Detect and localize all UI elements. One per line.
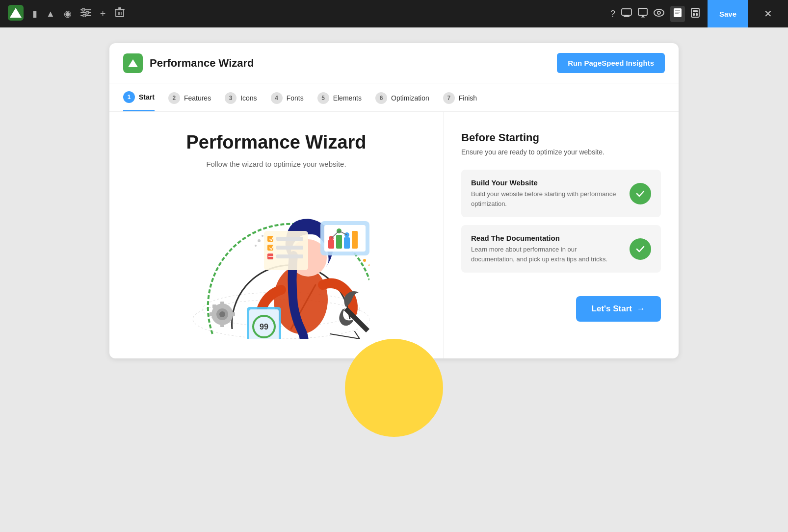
layers-icon[interactable]: ▲ (46, 9, 55, 19)
svg-rect-60 (276, 254, 303, 258)
step-5-label: Elements (333, 94, 362, 102)
yellow-circle-decoration (345, 339, 443, 437)
svg-point-64 (363, 259, 366, 262)
desktop-icon[interactable] (621, 8, 632, 20)
checklist-item-docs: Read The Documentation Learn more about … (461, 225, 661, 273)
svg-rect-43 (336, 235, 342, 249)
step-2-number: 2 (168, 92, 180, 104)
step-4-number: 4 (271, 92, 283, 104)
svg-rect-22 (674, 8, 682, 17)
before-starting-title: Before Starting (461, 131, 661, 144)
add-icon[interactable]: + (100, 8, 106, 20)
history-icon[interactable]: ◉ (64, 8, 72, 19)
template-icon[interactable] (691, 8, 700, 20)
svg-rect-15 (625, 15, 629, 16)
wizard-illustration: 99 (183, 182, 369, 339)
svg-point-21 (657, 11, 660, 14)
svg-rect-73 (212, 304, 216, 308)
sidebar-toggle-icon[interactable]: ▮ (32, 8, 37, 19)
step-2[interactable]: 2 Features (168, 92, 211, 111)
step-3-label: Icons (240, 94, 257, 102)
wizard-left-title: Performance Wizard (186, 131, 366, 154)
toolbar: ▮ ▲ ◉ + ? (0, 0, 788, 27)
svg-rect-26 (691, 8, 699, 17)
wizard-logo (123, 53, 143, 73)
checklist-item-build: Build Your Website Build your website be… (461, 170, 661, 217)
checklist-docs-check (630, 238, 651, 260)
svg-rect-29 (696, 13, 698, 16)
settings-sliders-icon[interactable] (80, 8, 91, 20)
svg-point-61 (258, 239, 261, 242)
wizard-container: Performance Wizard Run PageSpeed Insight… (109, 43, 679, 358)
step-1[interactable]: 1 Start (123, 91, 155, 111)
svg-rect-44 (344, 237, 350, 249)
svg-rect-71 (210, 312, 213, 316)
step-5-number: 5 (317, 92, 329, 104)
step-1-number: 1 (123, 91, 135, 103)
lets-start-arrow: → (637, 304, 645, 314)
step-3-number: 3 (225, 92, 236, 104)
save-button[interactable]: Save (708, 0, 748, 27)
before-starting-subtitle: Ensure you are ready to optimize your we… (461, 148, 661, 156)
svg-marker-30 (128, 59, 138, 67)
step-7-label: Finish (459, 94, 477, 102)
checklist-build-description: Build your website before starting with … (471, 189, 618, 208)
svg-point-7 (83, 14, 86, 17)
svg-rect-16 (624, 16, 630, 17)
step-6-number: 6 (375, 92, 387, 104)
main-area: Performance Wizard Run PageSpeed Insight… (0, 27, 788, 532)
close-button[interactable]: ✕ (756, 8, 780, 20)
wizard-body: Performance Wizard Follow the wizard to … (109, 112, 679, 358)
svg-rect-25 (675, 13, 679, 14)
checklist-docs-text: Read The Documentation Learn more about … (471, 234, 618, 264)
wizard-header-left: Performance Wizard (123, 53, 254, 73)
checklist-build-check (630, 183, 651, 204)
wizard-right-panel: Before Starting Ensure you are ready to … (443, 112, 679, 358)
svg-rect-14 (622, 9, 631, 15)
svg-rect-69 (220, 302, 224, 305)
checklist-docs-description: Learn more about performance in our docu… (471, 245, 618, 264)
svg-point-68 (219, 311, 225, 317)
checklist-build-text: Build Your Website Build your website be… (471, 178, 618, 208)
step-6-label: Optimization (391, 94, 429, 102)
delete-icon[interactable] (115, 7, 125, 21)
checklist-build-title: Build Your Website (471, 178, 618, 187)
svg-rect-70 (220, 323, 224, 327)
svg-rect-23 (675, 10, 680, 11)
step-3[interactable]: 3 Icons (225, 92, 257, 111)
svg-rect-28 (693, 13, 695, 16)
page-icon[interactable] (670, 6, 685, 22)
app-logo[interactable] (8, 5, 24, 23)
step-4[interactable]: 4 Fonts (271, 92, 304, 111)
svg-rect-27 (693, 10, 698, 12)
toolbar-right: ? (610, 6, 700, 22)
svg-rect-18 (642, 15, 644, 17)
svg-point-5 (82, 8, 85, 11)
svg-rect-24 (675, 12, 680, 13)
toolbar-left: ▮ ▲ ◉ + (8, 5, 603, 23)
svg-point-62 (262, 235, 263, 237)
lets-start-label: Let's Start (592, 304, 632, 314)
step-2-label: Features (184, 94, 211, 102)
lets-start-button[interactable]: Let's Start → (576, 296, 661, 322)
step-6[interactable]: 6 Optimization (375, 92, 429, 111)
wizard-steps: 1 Start 2 Features 3 Icons 4 Fonts 5 Ele… (109, 83, 679, 112)
pagespeed-button[interactable]: Run PageSpeed Insights (557, 53, 665, 73)
checklist-docs-title: Read The Documentation (471, 234, 618, 242)
step-5[interactable]: 5 Elements (317, 92, 362, 111)
svg-rect-57 (276, 246, 303, 250)
wizard-header: Performance Wizard Run PageSpeed Insight… (109, 43, 679, 83)
wizard-left-panel: Performance Wizard Follow the wizard to … (109, 112, 443, 358)
svg-rect-10 (118, 7, 121, 9)
step-7[interactable]: 7 Finish (443, 92, 477, 111)
help-icon[interactable]: ? (610, 9, 615, 19)
svg-rect-42 (328, 240, 334, 249)
step-4-label: Fonts (287, 94, 304, 102)
step-1-label: Start (139, 93, 155, 101)
svg-text:99: 99 (260, 323, 268, 331)
bottom-decoration-area (109, 358, 679, 398)
svg-rect-9 (115, 9, 125, 10)
preview-icon[interactable] (654, 9, 664, 19)
tablet-icon[interactable] (638, 8, 648, 20)
svg-rect-19 (641, 17, 645, 17)
